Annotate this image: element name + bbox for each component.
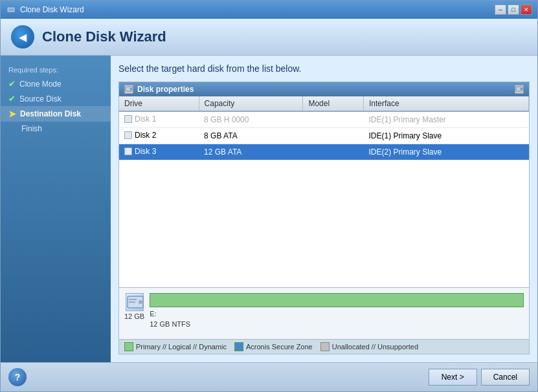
disk-size-label: 12 GB bbox=[124, 312, 144, 320]
window-title: Clone Disk Wizard bbox=[20, 5, 84, 14]
window: Clone Disk Wizard – □ ✕ ◀ Clone Disk Wiz… bbox=[0, 0, 538, 392]
disk-thumbnail bbox=[126, 293, 144, 311]
legend-icon-acronis bbox=[234, 342, 243, 351]
col-interface: Interface bbox=[364, 96, 529, 111]
disk-preview: 12 GB E: 12 GB NTFS bbox=[119, 287, 529, 339]
disk-properties-title: Disk properties bbox=[137, 85, 194, 94]
disk-preview-bar-area: E: 12 GB NTFS bbox=[150, 293, 524, 328]
footer-buttons: Next > Cancel bbox=[429, 369, 530, 386]
minimize-button[interactable]: – bbox=[495, 5, 506, 15]
legend: Primary // Logical // Dynamic Acronis Se… bbox=[119, 339, 529, 354]
sidebar-item-label: Clone Mode bbox=[19, 80, 62, 89]
sidebar-item-label: Finish bbox=[21, 124, 42, 133]
footer-left: ? bbox=[8, 368, 27, 386]
arrow-icon: ➤ bbox=[8, 109, 16, 119]
table-row[interactable]: Disk 18 GB H 0000IDE(1) Primary Master bbox=[119, 111, 529, 128]
disk-table: Drive Capacity Model Interface Disk 18 G… bbox=[119, 96, 529, 287]
legend-icon-unallocated bbox=[320, 342, 330, 351]
legend-item-unallocated: Unallocated // Unsupported bbox=[320, 342, 418, 351]
col-capacity: Capacity bbox=[199, 96, 303, 111]
svg-rect-8 bbox=[129, 299, 137, 300]
back-icon: ◀ bbox=[19, 31, 27, 43]
sidebar-item-source-disk[interactable]: ✔ Source Disk bbox=[1, 91, 111, 106]
partition-bar bbox=[150, 293, 524, 307]
checkmark-icon: ✔ bbox=[8, 94, 16, 103]
disk-properties-icon-right bbox=[515, 85, 524, 94]
cell-model bbox=[303, 111, 364, 128]
next-button[interactable]: Next > bbox=[429, 369, 477, 386]
sidebar-item-finish[interactable]: Finish bbox=[1, 122, 111, 136]
table-row[interactable]: Disk 28 GB ATAIDE(1) Primary Slave bbox=[119, 128, 529, 144]
svg-point-7 bbox=[139, 300, 142, 304]
back-button[interactable]: ◀ bbox=[11, 25, 34, 49]
sidebar-section-title: Required steps: bbox=[1, 62, 111, 76]
window-icon bbox=[6, 5, 16, 15]
title-bar-left: Clone Disk Wizard bbox=[6, 5, 84, 15]
legend-label-unallocated: Unallocated // Unsupported bbox=[332, 343, 418, 351]
svg-point-3 bbox=[130, 88, 132, 90]
legend-icon-primary bbox=[124, 342, 133, 351]
svg-rect-9 bbox=[129, 301, 135, 303]
cell-capacity: 12 GB ATA bbox=[199, 144, 303, 160]
disk-properties-panel: Disk properties Drive bbox=[118, 82, 530, 354]
header: ◀ Clone Disk Wizard bbox=[1, 19, 537, 56]
disk-properties-header: Disk properties bbox=[119, 82, 529, 96]
main-area: Required steps: ✔ Clone Mode ✔ Source Di… bbox=[1, 56, 537, 362]
page-title: Clone Disk Wizard bbox=[42, 28, 166, 45]
title-bar-controls: – □ ✕ bbox=[495, 5, 532, 15]
cell-interface: IDE(2) Primary Slave bbox=[364, 144, 529, 160]
col-drive: Drive bbox=[119, 96, 199, 111]
cell-drive: Disk 1 bbox=[119, 111, 199, 128]
cancel-button[interactable]: Cancel bbox=[481, 369, 530, 386]
instruction-text: Select the target hard disk from the lis… bbox=[118, 63, 530, 74]
title-bar: Clone Disk Wizard – □ ✕ bbox=[1, 1, 537, 19]
sidebar-item-destination-disk[interactable]: ➤ Destination Disk bbox=[1, 106, 111, 122]
cell-drive: Disk 2 bbox=[119, 128, 199, 144]
legend-label-primary: Primary // Logical // Dynamic bbox=[136, 343, 227, 351]
maximize-button[interactable]: □ bbox=[508, 5, 519, 15]
sidebar-item-label: Source Disk bbox=[19, 94, 62, 103]
cell-model bbox=[303, 128, 364, 144]
sidebar: Required steps: ✔ Clone Mode ✔ Source Di… bbox=[1, 56, 111, 362]
disk-properties-icon bbox=[124, 85, 133, 94]
checkmark-icon: ✔ bbox=[8, 79, 16, 89]
footer: ? Next > Cancel bbox=[1, 362, 537, 391]
legend-item-primary: Primary // Logical // Dynamic bbox=[124, 342, 227, 351]
help-icon: ? bbox=[15, 372, 21, 382]
cell-capacity: 8 GB H 0000 bbox=[199, 111, 303, 128]
sidebar-item-label: Destination Disk bbox=[20, 109, 81, 118]
table-row[interactable]: Disk 312 GB ATAIDE(2) Primary Slave bbox=[119, 144, 529, 160]
svg-point-5 bbox=[521, 88, 522, 90]
disk-preview-icon: 12 GB bbox=[124, 293, 144, 320]
content-area: Select the target hard disk from the lis… bbox=[111, 56, 537, 362]
help-button[interactable]: ? bbox=[8, 368, 27, 386]
col-model: Model bbox=[303, 96, 364, 111]
cell-drive: Disk 3 bbox=[119, 144, 199, 160]
disk-properties-header-left: Disk properties bbox=[124, 85, 194, 94]
cell-interface: IDE(1) Primary Slave bbox=[364, 128, 529, 144]
cell-interface: IDE(1) Primary Master bbox=[364, 111, 529, 128]
partition-label: E: bbox=[150, 310, 524, 318]
cell-capacity: 8 GB ATA bbox=[199, 128, 303, 144]
legend-label-acronis: Acronis Secure Zone bbox=[246, 343, 313, 351]
close-button[interactable]: ✕ bbox=[521, 5, 532, 15]
cell-model bbox=[303, 144, 364, 160]
legend-item-acronis: Acronis Secure Zone bbox=[234, 342, 313, 351]
partition-detail: 12 GB NTFS bbox=[150, 320, 524, 328]
svg-rect-1 bbox=[8, 8, 14, 11]
sidebar-item-clone-mode[interactable]: ✔ Clone Mode bbox=[1, 76, 111, 91]
